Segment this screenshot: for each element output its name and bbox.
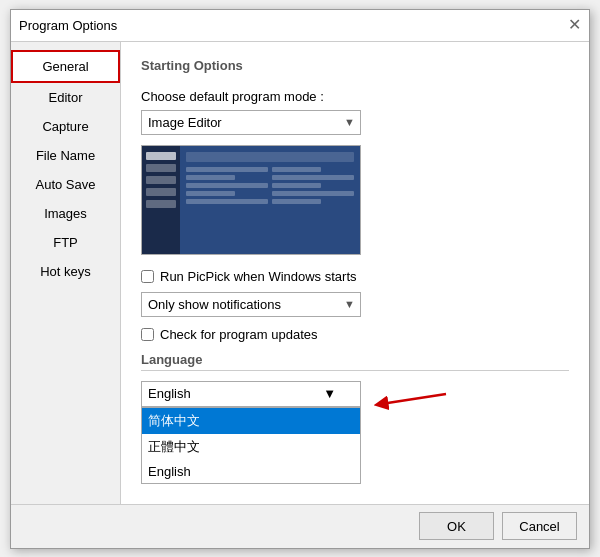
footer: OK Cancel (11, 504, 589, 548)
preview-content (186, 167, 354, 204)
preview-line-6 (272, 167, 321, 172)
run-on-startup-row: Run PicPick when Windows starts (141, 269, 569, 284)
sidebar-item-filename[interactable]: File Name (11, 141, 120, 170)
sidebar-item-hotkeys[interactable]: Hot keys (11, 257, 120, 286)
cancel-button[interactable]: Cancel (502, 512, 577, 540)
preview-main (180, 146, 360, 254)
title-bar: Program Options ✕ (11, 10, 589, 42)
preview-line-2 (186, 175, 235, 180)
preview-line-8 (272, 183, 321, 188)
preview-sidebar-item-1 (146, 152, 176, 160)
main-content: Starting Options Choose default program … (121, 42, 589, 504)
section-title: Starting Options (141, 58, 569, 77)
svg-line-1 (381, 394, 446, 404)
sidebar-item-autosave[interactable]: Auto Save (11, 170, 120, 199)
window-title: Program Options (19, 18, 117, 33)
check-updates-checkbox[interactable] (141, 328, 154, 341)
language-section: Language English ▼ 简体中文 正體中文 English (141, 352, 569, 407)
preview-sidebar (142, 146, 180, 254)
language-current-value: English (148, 386, 191, 401)
preview-line-1 (186, 167, 268, 172)
preview-sidebar-item-2 (146, 164, 176, 172)
startup-behavior-select[interactable]: Only show notifications Show window (141, 292, 361, 317)
language-select-wrapper: English ▼ 简体中文 正體中文 English (141, 381, 361, 407)
language-option-traditional-chinese[interactable]: 正體中文 (142, 434, 360, 460)
check-updates-row: Check for program updates (141, 327, 569, 342)
preview-line-5 (186, 199, 268, 204)
red-arrow-indicator (371, 389, 451, 422)
preview-sidebar-item-4 (146, 188, 176, 196)
language-option-english[interactable]: English (142, 460, 360, 483)
sidebar-item-images[interactable]: Images (11, 199, 120, 228)
preview-col-2 (272, 167, 354, 204)
sidebar: General Editor Capture File Name Auto Sa… (11, 42, 121, 504)
run-on-startup-checkbox[interactable] (141, 270, 154, 283)
preview-line-3 (186, 183, 268, 188)
language-option-simplified-chinese[interactable]: 简体中文 (142, 408, 360, 434)
preview-line-7 (272, 175, 354, 180)
preview-line-9 (272, 191, 354, 196)
language-select-container: English ▼ 简体中文 正體中文 English (141, 381, 361, 407)
program-options-window: Program Options ✕ General Editor Capture… (10, 9, 590, 549)
check-updates-label: Check for program updates (160, 327, 318, 342)
language-dropdown: 简体中文 正體中文 English (141, 407, 361, 484)
window-body: General Editor Capture File Name Auto Sa… (11, 42, 589, 504)
language-section-title: Language (141, 352, 569, 371)
sidebar-item-general[interactable]: General (11, 50, 120, 83)
sidebar-item-editor[interactable]: Editor (11, 83, 120, 112)
mode-preview-image (141, 145, 361, 255)
mode-select-wrapper: Image Editor Screen Capture Color Picker… (141, 110, 361, 135)
language-display[interactable]: English ▼ (141, 381, 361, 407)
preview-col-1 (186, 167, 268, 204)
ok-button[interactable]: OK (419, 512, 494, 540)
run-on-startup-label: Run PicPick when Windows starts (160, 269, 357, 284)
preview-sidebar-item-3 (146, 176, 176, 184)
mode-select[interactable]: Image Editor Screen Capture Color Picker (141, 110, 361, 135)
preview-top-bar (186, 152, 354, 162)
close-button[interactable]: ✕ (568, 17, 581, 33)
language-arrow-icon: ▼ (323, 386, 336, 401)
sidebar-item-ftp[interactable]: FTP (11, 228, 120, 257)
preview-line-4 (186, 191, 235, 196)
mode-label: Choose default program mode : (141, 89, 569, 104)
startup-behavior-select-wrapper: Only show notifications Show window ▼ (141, 292, 361, 317)
sidebar-item-capture[interactable]: Capture (11, 112, 120, 141)
preview-sidebar-item-5 (146, 200, 176, 208)
preview-line-10 (272, 199, 321, 204)
